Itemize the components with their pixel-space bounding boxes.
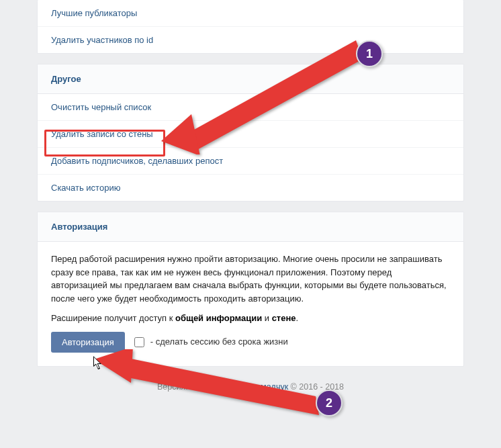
menu-item-clear-blacklist[interactable]: Очистить черный список (38, 94, 463, 121)
menu-item-download-history[interactable]: Скачать историю (38, 175, 463, 201)
auth-panel: Авторизация Перед работой расширения нуж… (37, 212, 464, 367)
footer-author-link[interactable]: Павел Громадчук (220, 382, 288, 392)
auth-access-line: Расширение получит доступ к общей информ… (51, 312, 450, 325)
session-checkbox-label: - сделать сессию без срока жизни (150, 335, 288, 349)
auth-panel-header: Авторизация (38, 212, 463, 242)
footer-copyright: © 2016 - 2018 (288, 382, 344, 392)
other-panel: Другое Очистить черный список Удалить за… (37, 64, 464, 201)
footer-version: Версия: 2.73.0 (157, 382, 214, 392)
menu-item-best-publishers[interactable]: Лучшие публикаторы (38, 0, 463, 27)
authorize-button[interactable]: Авторизация (51, 332, 125, 353)
menu-item-delete-members-by-id[interactable]: Удалить участников по id (38, 27, 463, 53)
other-panel-header: Другое (38, 64, 463, 94)
auth-description: Перед работой расширения нужно пройти ав… (51, 253, 450, 305)
session-checkbox-wrap[interactable]: - сделать сессию без срока жизни (132, 335, 288, 349)
top-menu-panel: Лучшие публикаторы Удалить участников по… (37, 0, 464, 54)
menu-item-add-reposters[interactable]: Добавить подписчиков, сделавших репост (38, 148, 463, 175)
session-checkbox[interactable] (134, 337, 144, 347)
menu-item-delete-wall-posts[interactable]: Удалить записи со стены (38, 121, 463, 148)
footer: Версия: 2.73.0 · Павел Громадчук © 2016 … (37, 377, 464, 405)
